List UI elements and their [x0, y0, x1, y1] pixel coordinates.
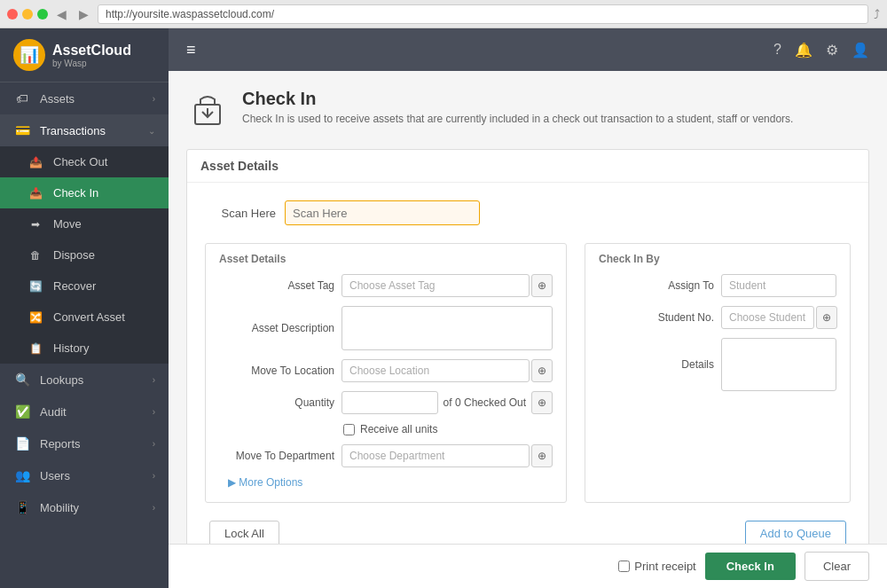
scan-here-input[interactable]: [285, 200, 480, 225]
traffic-lights: [7, 9, 48, 20]
lookups-icon: 🔍: [13, 372, 31, 387]
sidebar-item-label: Convert Asset: [53, 310, 155, 324]
dept-btn[interactable]: ⊕: [531, 444, 553, 467]
sidebar-item-move[interactable]: ➡ Move: [0, 208, 169, 239]
sidebar-nav: 🏷 Assets › 💳 Transactions ⌄ 📤 Check Out …: [0, 82, 169, 588]
add-to-queue-button[interactable]: Add to Queue: [745, 521, 846, 544]
transactions-icon: 💳: [13, 123, 31, 137]
details-row: Details: [599, 338, 836, 391]
checkin-button[interactable]: Check In: [705, 553, 796, 580]
quantity-btn[interactable]: ⊕: [531, 391, 553, 414]
quantity-input[interactable]: [341, 391, 438, 414]
sidebar-item-label: Assets: [40, 92, 153, 106]
notifications-icon[interactable]: 🔔: [795, 42, 812, 59]
reports-icon: 📄: [13, 436, 31, 451]
print-receipt-group: Print receipt: [618, 560, 695, 573]
sidebar-item-label: Check Out: [53, 155, 155, 169]
checkout-icon: 📤: [27, 156, 44, 169]
print-receipt-checkbox[interactable]: [618, 561, 630, 572]
logo-name: AssetCloud: [52, 43, 131, 59]
scan-here-label: Scan Here: [205, 207, 276, 220]
sidebar-item-recover[interactable]: 🔄 Recover: [0, 270, 169, 302]
quantity-row: Quantity of 0 Checked Out ⊕: [219, 391, 553, 414]
scan-row: Scan Here: [205, 200, 851, 225]
sidebar-item-dispose[interactable]: 🗑 Dispose: [0, 239, 169, 270]
move-to-dept-label: Move To Department: [219, 450, 334, 462]
receive-all-checkbox[interactable]: [343, 424, 355, 435]
sidebar-item-label: Audit: [40, 405, 153, 419]
users-icon: 👥: [13, 468, 31, 482]
asset-description-input[interactable]: [341, 306, 553, 350]
asset-tag-input-group: Choose Asset Tag ⊕: [341, 274, 553, 297]
mobility-arrow-icon: ›: [153, 503, 155, 513]
sidebar-item-label: Transactions: [40, 124, 148, 137]
student-input-group: Choose Student ⊕: [721, 306, 837, 329]
assign-to-select[interactable]: Student Staff Vendor: [721, 274, 836, 297]
page-header-icon: [186, 89, 229, 131]
dispose-icon: 🗑: [27, 249, 44, 262]
convert-icon: 🔀: [27, 311, 44, 324]
user-icon[interactable]: 👤: [852, 42, 869, 59]
student-select[interactable]: Choose Student: [721, 306, 814, 329]
student-no-label: Student No.: [599, 311, 714, 324]
location-btn[interactable]: ⊕: [531, 359, 553, 382]
users-arrow-icon: ›: [153, 471, 155, 481]
asset-details-section-title: Asset Details: [219, 253, 553, 265]
page-description: Check In is used to receive assets that …: [242, 113, 793, 125]
sidebar-item-mobility[interactable]: 📱 Mobility ›: [0, 491, 169, 523]
sidebar-item-history[interactable]: 📋 History: [0, 333, 169, 364]
asset-tag-btn[interactable]: ⊕: [531, 274, 553, 297]
asset-tag-row: Asset Tag Choose Asset Tag ⊕: [219, 274, 553, 297]
dept-select[interactable]: Choose Department: [341, 444, 530, 467]
print-receipt-label[interactable]: Print receipt: [634, 560, 695, 573]
sidebar-item-assets[interactable]: 🏷 Assets ›: [0, 82, 169, 114]
sidebar-item-reports[interactable]: 📄 Reports ›: [0, 427, 169, 459]
student-btn[interactable]: ⊕: [816, 306, 837, 329]
sidebar-item-users[interactable]: 👥 Users ›: [0, 459, 169, 491]
asset-tag-select[interactable]: Choose Asset Tag: [341, 274, 530, 297]
assign-to-label: Assign To: [599, 279, 714, 292]
reports-arrow-icon: ›: [153, 439, 155, 449]
assets-icon: 🏷: [13, 91, 31, 106]
sidebar: 📊 AssetCloud by Wasp 🏷 Assets › 💳 Transa…: [0, 28, 169, 588]
minimize-traffic-light[interactable]: [22, 9, 33, 20]
settings-icon[interactable]: ⚙: [826, 42, 838, 59]
sidebar-item-label: Mobility: [40, 501, 153, 514]
share-icon[interactable]: ⤴: [874, 7, 880, 21]
more-options[interactable]: ▶ More Options: [219, 476, 553, 489]
mobility-icon: 📱: [13, 500, 31, 514]
url-bar[interactable]: [98, 4, 868, 24]
details-input[interactable]: [721, 338, 836, 391]
sidebar-item-convert-asset[interactable]: 🔀 Convert Asset: [0, 302, 169, 333]
help-icon[interactable]: ?: [773, 42, 781, 58]
move-to-location-row: Move To Location Choose Location ⊕: [219, 359, 553, 382]
location-select[interactable]: Choose Location: [341, 359, 530, 382]
sidebar-item-label: Recover: [53, 279, 155, 293]
page-title: Check In: [242, 89, 793, 109]
sidebar-item-checkout[interactable]: 📤 Check Out: [0, 146, 169, 177]
sidebar-item-audit[interactable]: ✅ Audit ›: [0, 396, 169, 427]
receive-all-label[interactable]: Receive all units: [360, 423, 437, 435]
clear-button[interactable]: Clear: [805, 552, 869, 581]
logo-sub: by Wasp: [52, 59, 131, 68]
receive-all-row: Receive all units: [343, 423, 553, 435]
back-button[interactable]: ◀: [53, 5, 70, 23]
sidebar-item-label: Check In: [53, 186, 155, 200]
sidebar-item-transactions[interactable]: 💳 Transactions ⌄: [0, 114, 169, 146]
lookups-arrow-icon: ›: [153, 375, 155, 385]
forward-button[interactable]: ▶: [75, 5, 92, 23]
history-icon: 📋: [27, 342, 44, 355]
hamburger-icon[interactable]: ≡: [186, 41, 196, 59]
sidebar-item-lookups[interactable]: 🔍 Lookups ›: [0, 364, 169, 396]
move-icon: ➡: [27, 218, 44, 231]
quantity-label: Quantity: [219, 396, 334, 409]
close-traffic-light[interactable]: [7, 9, 18, 20]
assets-arrow-icon: ›: [153, 94, 155, 104]
maximize-traffic-light[interactable]: [37, 9, 48, 20]
sidebar-item-checkin[interactable]: 📥 Check In: [0, 177, 169, 208]
sidebar-logo: 📊 AssetCloud by Wasp: [0, 28, 169, 82]
recover-icon: 🔄: [27, 280, 44, 293]
sidebar-item-label: Lookups: [40, 373, 153, 387]
lock-all-button[interactable]: Lock All: [209, 521, 279, 544]
audit-icon: ✅: [13, 404, 31, 419]
